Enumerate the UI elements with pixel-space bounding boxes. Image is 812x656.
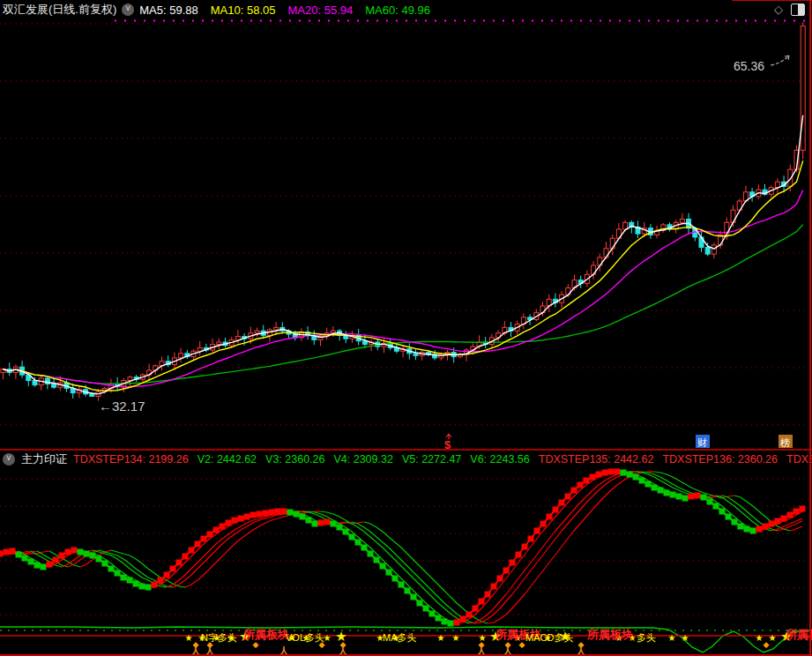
indicator-value-1: V2: 2442.62 xyxy=(197,453,257,466)
svg-text:←32.17: ←32.17 xyxy=(99,399,145,414)
indicator-value-2: V3: 2360.26 xyxy=(265,453,324,466)
svg-text:★: ★ xyxy=(452,633,460,643)
svg-text:财: 财 xyxy=(697,437,707,448)
svg-text:◆: ◆ xyxy=(519,640,525,649)
ma-value-3: MA60: 49.96 xyxy=(365,4,430,17)
svg-text:★: ★ xyxy=(682,633,689,643)
window-border-top xyxy=(732,0,812,1)
indicator-header: ˅ 主力印证 TDXSTEP134: 2199.26V2: 2442.62V3:… xyxy=(0,451,812,467)
svg-text:MACD多头: MACD多头 xyxy=(525,632,573,643)
ma-value-2: MA20: 55.94 xyxy=(288,4,354,17)
svg-text:◆: ◆ xyxy=(253,640,259,649)
svg-text:多头: 多头 xyxy=(637,632,656,643)
chevron-down-icon[interactable]: ˅ xyxy=(3,453,15,466)
indicator-value-0: TDXSTEP134: 2199.26 xyxy=(73,453,189,466)
indicator-values: TDXSTEP134: 2199.26V2: 2442.62V3: 2360.2… xyxy=(73,453,812,466)
ma-values: MA5: 59.88MA10: 58.05MA20: 55.94MA60: 49… xyxy=(139,4,430,17)
svg-text:MA多头: MA多头 xyxy=(383,632,417,643)
chevron-down-icon[interactable]: ˅ xyxy=(122,4,134,16)
main-chart[interactable]: ←32.1765.36$财榜 xyxy=(0,19,812,450)
topright-toolbar: ◇ xyxy=(774,4,805,16)
svg-text:所属板块: 所属板块 xyxy=(586,628,633,641)
svg-text:N字多头: N字多头 xyxy=(201,632,237,643)
window-border-right xyxy=(809,0,811,656)
svg-text:所属板: 所属板 xyxy=(785,628,812,641)
diamond-icon[interactable]: ◇ xyxy=(774,4,783,16)
svg-text:65.36: 65.36 xyxy=(734,59,764,73)
indicator-value-6: TDXSTEP135: 2442.62 xyxy=(539,453,654,466)
stock-title: 双汇发展(日线.前复权) xyxy=(3,2,116,18)
indicator-value-8: TDXSTEP137: 2309 xyxy=(786,453,812,466)
svg-text:★: ★ xyxy=(668,633,676,643)
svg-text:榜: 榜 xyxy=(780,437,790,448)
titlebar: 双汇发展(日线.前复权) ˅ MA5: 59.88MA10: 58.05MA20… xyxy=(0,0,812,19)
ma-value-1: MA10: 58.05 xyxy=(211,4,276,17)
indicator-value-4: V5: 2272.47 xyxy=(402,453,461,466)
indicator-name: 主力印证 xyxy=(21,451,67,467)
svg-text:★: ★ xyxy=(756,633,764,643)
svg-text:VOL多头: VOL多头 xyxy=(286,632,324,643)
svg-text:★: ★ xyxy=(185,633,193,643)
indicator-value-5: V6: 2243.56 xyxy=(470,453,529,466)
svg-text:◆: ◆ xyxy=(764,640,770,649)
svg-text:★: ★ xyxy=(437,633,445,643)
panes-icon[interactable] xyxy=(791,4,805,16)
ma-value-0: MA5: 59.88 xyxy=(139,4,198,17)
svg-text:★: ★ xyxy=(769,633,777,643)
svg-text:所属板块: 所属板块 xyxy=(242,628,289,641)
indicator-chart[interactable]: ★★★★★★★★★★★★★★★★★★★★★★★★★◆◆◆◆◆◆◆◆◆◆人人人人人… xyxy=(0,467,812,656)
indicator-value-7: TDXSTEP136: 2360.26 xyxy=(662,453,778,466)
app-window: 双汇发展(日线.前复权) ˅ MA5: 59.88MA10: 58.05MA20… xyxy=(0,0,812,656)
indicator-value-3: V4: 2309.32 xyxy=(333,453,392,466)
